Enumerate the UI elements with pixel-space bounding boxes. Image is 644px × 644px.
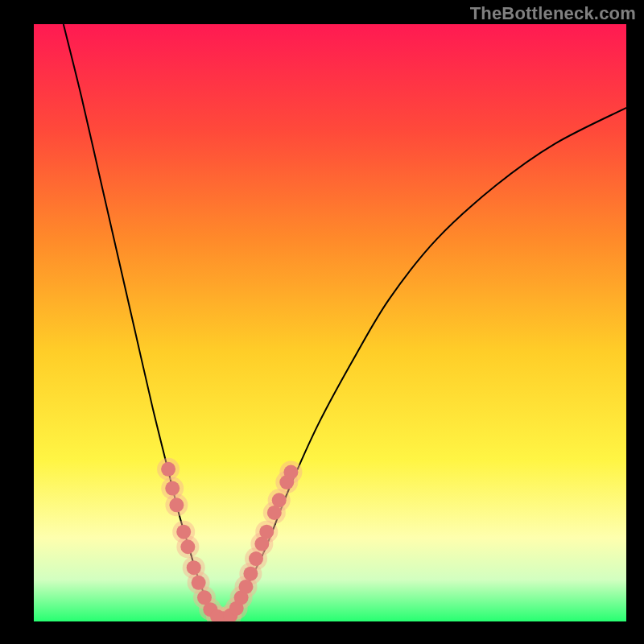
curve-marker [243,567,258,581]
plot-area [34,24,626,621]
curve-marker [161,462,175,477]
curve-marker [249,551,263,566]
curve-marker [272,493,287,507]
curve-marker [192,576,206,590]
curve-marker [176,525,191,539]
curve-marker [267,506,282,520]
curve-layer [34,24,626,621]
curve-marker [187,560,201,575]
curve-marker [180,539,195,554]
watermark-text: TheBottleneck.com [470,3,636,24]
curve-marker [238,580,253,594]
curve-marker [283,465,298,480]
curve-marker [169,497,184,512]
chart-stage: TheBottleneck.com [0,0,644,644]
curve-marker [165,481,180,496]
curve-marker [259,525,274,539]
bottleneck-curve [64,24,626,618]
